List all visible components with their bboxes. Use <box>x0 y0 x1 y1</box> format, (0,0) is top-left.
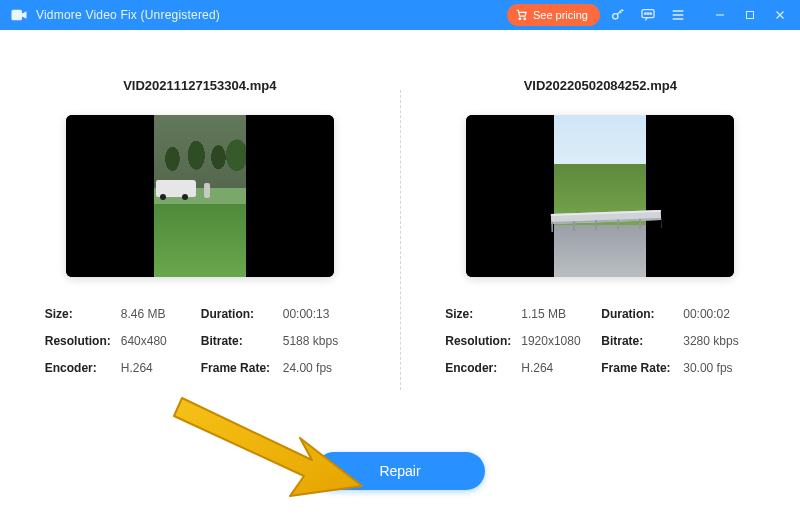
meta-value: 00:00:13 <box>283 307 355 321</box>
register-key-button[interactable] <box>606 3 630 27</box>
meta-label: Bitrate: <box>201 334 283 348</box>
meta-value: H.264 <box>521 361 601 375</box>
meta-value: 1.15 MB <box>521 307 601 321</box>
sample-metadata: Size: 1.15 MB Duration: 00:00:02 Resolut… <box>445 307 755 375</box>
meta-label: Size: <box>445 307 521 321</box>
titlebar: Vidmore Video Fix (Unregistered) See pri… <box>0 0 800 30</box>
sample-thumbnail <box>466 115 734 277</box>
feedback-button[interactable] <box>636 3 660 27</box>
svg-rect-0 <box>12 10 23 21</box>
meta-value: 00:00:02 <box>683 307 755 321</box>
meta-label: Encoder: <box>445 361 521 375</box>
main-content: VID20211127153304.mp4 Size: 8.46 MB Dura… <box>0 30 800 516</box>
window-close-button[interactable] <box>768 3 792 27</box>
meta-value: 5188 kbps <box>283 334 355 348</box>
meta-label: Duration: <box>601 307 683 321</box>
svg-point-2 <box>524 17 526 19</box>
meta-label: Frame Rate: <box>601 361 683 375</box>
see-pricing-label: See pricing <box>533 9 588 21</box>
source-metadata: Size: 8.46 MB Duration: 00:00:13 Resolut… <box>45 307 355 375</box>
window-maximize-button[interactable] <box>738 3 762 27</box>
meta-value: 8.46 MB <box>121 307 201 321</box>
meta-value: 30.00 fps <box>683 361 755 375</box>
meta-value: H.264 <box>121 361 201 375</box>
svg-point-3 <box>613 14 618 19</box>
menu-button[interactable] <box>666 3 690 27</box>
meta-value: 3280 kbps <box>683 334 755 348</box>
svg-rect-8 <box>747 12 754 19</box>
window-minimize-button[interactable] <box>708 3 732 27</box>
meta-label: Duration: <box>201 307 283 321</box>
meta-label: Encoder: <box>45 361 121 375</box>
meta-value: 24.00 fps <box>283 361 355 375</box>
svg-point-1 <box>519 17 521 19</box>
meta-label: Resolution: <box>45 334 121 348</box>
meta-value: 1920x1080 <box>521 334 601 348</box>
meta-label: Size: <box>45 307 121 321</box>
meta-label: Bitrate: <box>601 334 683 348</box>
source-video-pane: VID20211127153304.mp4 Size: 8.46 MB Dura… <box>0 78 400 408</box>
meta-label: Frame Rate: <box>201 361 283 375</box>
sample-video-pane: VID20220502084252.mp4 Size: 1.15 MB Dura… <box>401 78 801 408</box>
svg-point-6 <box>647 13 648 14</box>
svg-point-7 <box>650 13 651 14</box>
svg-point-5 <box>645 13 646 14</box>
see-pricing-button[interactable]: See pricing <box>507 4 600 26</box>
source-thumbnail <box>66 115 334 277</box>
app-logo-icon <box>10 6 28 24</box>
app-title: Vidmore Video Fix (Unregistered) <box>36 8 220 22</box>
repair-button[interactable]: Repair <box>315 452 485 490</box>
meta-value: 640x480 <box>121 334 201 348</box>
source-filename: VID20211127153304.mp4 <box>123 78 276 93</box>
meta-label: Resolution: <box>445 334 521 348</box>
sample-filename: VID20220502084252.mp4 <box>524 78 677 93</box>
cart-icon <box>515 8 528 23</box>
